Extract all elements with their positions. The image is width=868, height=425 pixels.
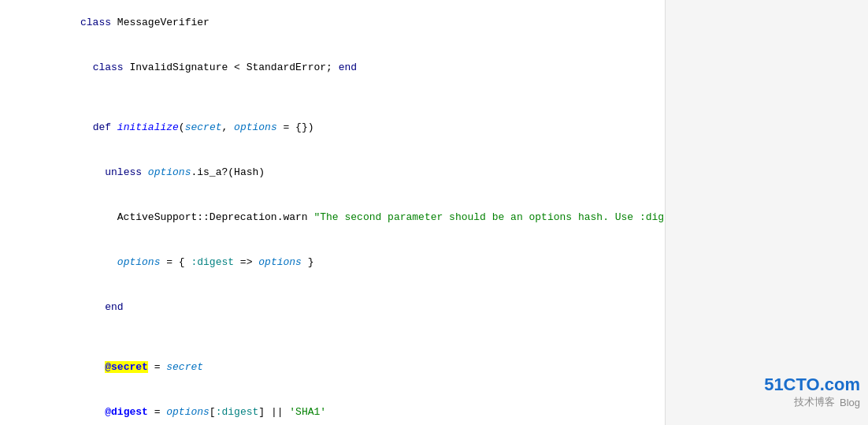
line-content xyxy=(16,90,665,105)
code-line: options = { :digest => options } xyxy=(0,240,665,285)
code-line xyxy=(0,90,665,105)
code-line: ActiveSupport::Deprecation.warn "The sec… xyxy=(0,195,665,240)
watermark-sub: 技术博客 xyxy=(794,395,835,409)
code-line: @secret = secret xyxy=(0,345,665,390)
code-lines: class MessageVerifier class InvalidSigna… xyxy=(0,0,665,425)
line-content: ActiveSupport::Deprecation.warn "The sec… xyxy=(16,195,665,240)
line-content: options = { :digest => options } xyxy=(16,240,665,285)
code-line: unless options.is_a?(Hash) xyxy=(0,150,665,195)
code-line: class MessageVerifier xyxy=(0,0,665,45)
line-content: end xyxy=(16,285,665,330)
watermark-main: 51CTO.com xyxy=(764,375,860,395)
editor-container: class MessageVerifier class InvalidSigna… xyxy=(0,0,868,425)
line-content: @digest = options[:digest] || 'SHA1' xyxy=(16,390,665,425)
line-content: def initialize(secret, options = {}) xyxy=(16,105,665,150)
code-line: @digest = options[:digest] || 'SHA1' xyxy=(0,390,665,425)
line-content: @secret = secret xyxy=(16,345,665,390)
code-line: end xyxy=(0,285,665,330)
line-content: class MessageVerifier xyxy=(16,0,665,45)
code-line: class InvalidSignature < StandardError; … xyxy=(0,45,665,90)
watermark: 51CTO.com 技术博客 Blog xyxy=(764,375,860,409)
line-content: unless options.is_a?(Hash) xyxy=(16,150,665,195)
watermark-blog: Blog xyxy=(840,397,860,408)
code-area: class MessageVerifier class InvalidSigna… xyxy=(0,0,665,425)
line-content xyxy=(16,330,665,345)
right-panel: 51CTO.com 技术博客 Blog xyxy=(665,0,868,425)
code-line: def initialize(secret, options = {}) xyxy=(0,105,665,150)
code-line xyxy=(0,330,665,345)
line-content: class InvalidSignature < StandardError; … xyxy=(16,45,665,90)
